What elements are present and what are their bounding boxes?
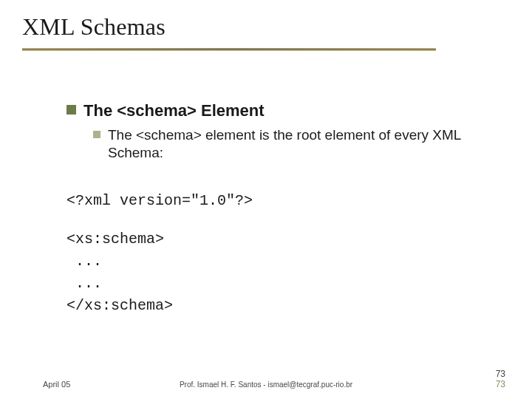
code-line: <?xml version="1.0"?>: [66, 190, 495, 212]
square-bullet-icon: [66, 105, 76, 115]
code-line: ...: [66, 250, 495, 273]
bullet-main-text: The <schema> Element: [83, 101, 265, 120]
code-block: <?xml version="1.0"?><xs:schema> ... ...…: [66, 190, 495, 317]
footer-page-numbers: 73 73: [496, 369, 505, 390]
page-number-top: 73: [496, 369, 505, 380]
slide-footer: April 05 Prof. Ismael H. F. Santos - ism…: [0, 368, 532, 389]
bullet-level1: The <schema> Element: [66, 101, 495, 120]
bullet-level2: The <schema> element is the root element…: [93, 126, 495, 162]
code-blank-line: [66, 212, 495, 228]
title-underline: [22, 48, 436, 52]
footer-author: Prof. Ismael H. F. Santos - ismael@tecgr…: [0, 381, 532, 389]
bullet-sub-text: The <schema> element is the root element…: [108, 126, 492, 162]
slide-title: XML Schemas: [22, 13, 510, 41]
code-line: </xs:schema>: [66, 295, 495, 317]
page-number-bottom: 73: [496, 380, 505, 390]
code-line: <xs:schema>: [66, 228, 495, 250]
content-area: The <schema> Element The <schema> elemen…: [22, 52, 510, 317]
square-bullet-icon: [93, 131, 100, 138]
code-line: ...: [66, 273, 495, 295]
slide-container: XML Schemas The <schema> Element The <sc…: [0, 0, 532, 399]
